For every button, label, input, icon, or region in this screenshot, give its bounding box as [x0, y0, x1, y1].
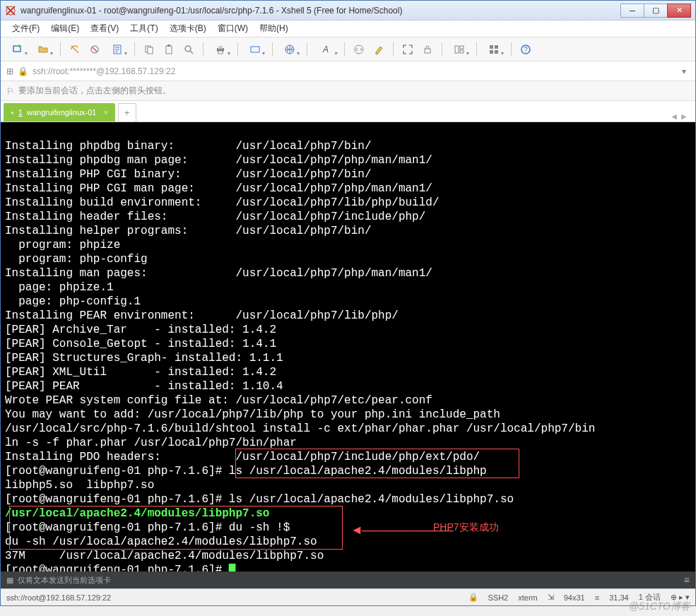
svg-rect-5	[148, 47, 153, 54]
terminal-line: libphp5.so libphp7.so	[5, 479, 154, 492]
tab-index: 1	[18, 108, 23, 117]
tab-session-1[interactable]: ● 1 wangruifenglinux-01 ×	[4, 103, 115, 122]
new-session-button[interactable]	[6, 41, 29, 58]
tab-nav-left-icon[interactable]: ◄	[670, 112, 678, 122]
menu-file[interactable]: 文件(F)	[8, 21, 44, 36]
open-button[interactable]	[32, 41, 54, 58]
font-style-button[interactable]: A	[313, 41, 338, 58]
properties-button[interactable]	[106, 41, 129, 58]
lock-icon: 🔒	[18, 66, 28, 76]
terminal-cmd: ls /usr/local/apache2.4/modules/libphp	[229, 465, 487, 478]
send-target-icon[interactable]: ▦	[6, 576, 13, 585]
maximize-button[interactable]: ▢	[644, 4, 668, 18]
window-title: wangruifenglinux-01 - root@wangruifeng-0…	[20, 6, 621, 16]
print-button[interactable]	[209, 41, 232, 58]
layout-button[interactable]	[448, 41, 471, 58]
terminal-line: page: phpize.1	[5, 281, 114, 294]
tab-close-icon[interactable]: ×	[103, 108, 107, 117]
address-dropdown-icon[interactable]: ▾	[678, 66, 690, 76]
terminal-line: [PEAR] XML_Util - installed: 1.4.2	[5, 366, 276, 379]
svg-rect-12	[251, 47, 259, 52]
terminal-line: Installing PHP CGI binary: /usr/local/ph…	[5, 168, 371, 181]
tab-label: wangruifenglinux-01	[27, 108, 96, 117]
tab-bar: ● 1 wangruifenglinux-01 × + ◄ ►	[1, 101, 695, 122]
send-menu-icon[interactable]: ≡	[684, 574, 690, 586]
menu-view[interactable]: 查看(V)	[86, 21, 123, 36]
svg-rect-16	[455, 46, 459, 53]
terminal-line: You may want to add: /usr/local/php7/lib…	[5, 408, 500, 421]
tab-add-button[interactable]: +	[118, 103, 136, 122]
terminal-line: Installing PHP CGI man page: /usr/local/…	[5, 182, 432, 195]
terminal-line-green: /usr/local/apache2.4/modules/libphp7.so	[5, 507, 269, 520]
terminal-line: Installing phpdbg man page: /usr/local/p…	[5, 154, 432, 167]
script-button[interactable]	[350, 41, 367, 58]
menu-tabs[interactable]: 选项卡(B)	[165, 21, 211, 36]
bookmark-icon[interactable]: ⚐	[6, 86, 14, 96]
watermark: @51CTO博客	[629, 600, 690, 613]
terminal-line: ln -s -f phar.phar /usr/local/php7/bin/p…	[5, 437, 297, 449]
svg-rect-19	[490, 45, 493, 49]
fullscreen-button[interactable]	[399, 41, 416, 58]
font-button[interactable]	[244, 41, 266, 58]
copy-button[interactable]	[141, 41, 158, 58]
hint-bar: ⚐ 要添加当前会话，点击左侧的箭头按钮。	[1, 81, 695, 101]
tab-nav-right-icon[interactable]: ►	[680, 112, 688, 122]
svg-rect-20	[495, 45, 498, 49]
menu-tools[interactable]: 工具(T)	[126, 21, 162, 36]
menu-help[interactable]: 帮助(H)	[255, 21, 293, 36]
lock-button[interactable]	[419, 41, 436, 58]
status-size-icon: ⇲	[548, 593, 554, 602]
status-lock-icon: 🔒	[468, 593, 478, 602]
terminal-prompt: [root@wangruifeng-01 php-7.1.6]#	[5, 465, 229, 478]
disconnect-button[interactable]	[86, 41, 103, 58]
terminal-line: Installing helper programs: /usr/local/p…	[5, 225, 371, 237]
svg-rect-17	[460, 46, 464, 49]
terminal-line: page: php-config.1	[5, 295, 141, 308]
menu-edit[interactable]: 编辑(E)	[47, 21, 83, 36]
status-pos-icon: ≡	[595, 593, 599, 602]
reconnect-button[interactable]	[66, 41, 83, 58]
tile-button[interactable]	[483, 41, 505, 58]
terminal-line: Wrote PEAR system config file at: /usr/l…	[5, 394, 432, 407]
terminal-line: 37M /usr/local/apache2.4/modules/libphp7…	[5, 550, 324, 562]
globe-button[interactable]	[278, 41, 301, 58]
svg-rect-22	[495, 50, 498, 54]
app-icon	[5, 5, 16, 16]
terminal-cmd: du -sh !$	[229, 521, 290, 534]
menu-window[interactable]: 窗口(W)	[213, 21, 252, 36]
terminal-line: /usr/local/src/php-7.1.6/build/shtool in…	[5, 422, 595, 435]
annotation-label: PHP7安装成功	[433, 520, 499, 534]
svg-point-8	[185, 46, 191, 52]
close-button[interactable]: ✕	[667, 4, 691, 18]
terminal-prompt: [root@wangruifeng-01 php-7.1.6]#	[5, 493, 229, 506]
svg-rect-7	[167, 45, 170, 47]
terminal-line: Installing phpdbg binary: /usr/local/php…	[5, 140, 371, 153]
find-button[interactable]	[180, 41, 197, 58]
svg-rect-18	[460, 50, 464, 53]
paste-button[interactable]	[160, 41, 177, 58]
svg-rect-15	[425, 49, 430, 53]
terminal-cmd: ls /usr/local/apache2.4/modules/libphp7.…	[229, 493, 514, 506]
add-session-icon[interactable]: ⊞	[6, 66, 13, 76]
svg-rect-11	[218, 51, 223, 54]
terminal-line: [PEAR] Archive_Tar - installed: 1.4.2	[5, 324, 276, 336]
help-button[interactable]: ?	[517, 41, 534, 58]
status-term: xterm	[518, 593, 538, 602]
svg-text:?: ?	[524, 46, 528, 54]
terminal-line: [PEAR] Structures_Graph- installed: 1.1.…	[5, 352, 283, 365]
terminal-prompt: [root@wangruifeng-01 php-7.1.6]#	[5, 564, 229, 571]
address-text[interactable]: ssh://root:********@192.168.57.129:22	[33, 66, 674, 76]
terminal-line: du -sh /usr/local/apache2.4/modules/libp…	[5, 535, 317, 548]
status-pos: 31,34	[609, 593, 629, 602]
send-input-placeholder[interactable]: 仅将文本发送到当前选项卡	[18, 575, 111, 586]
status-proto: SSH2	[488, 593, 509, 602]
highlight-button[interactable]	[370, 41, 387, 58]
svg-rect-10	[218, 46, 223, 49]
terminal-line: [PEAR] Console_Getopt - installed: 1.4.1	[5, 338, 276, 350]
minimize-button[interactable]: ─	[620, 4, 644, 18]
status-size: 94x31	[564, 593, 585, 602]
toolbar: A ?	[1, 37, 695, 61]
terminal-line: Installing PDO headers: /usr/local/php7/…	[5, 451, 480, 463]
terminal[interactable]: Installing phpdbg binary: /usr/local/php…	[1, 122, 695, 571]
status-bar: ssh://root@192.168.57.129:22 🔒 SSH2 xter…	[1, 588, 695, 605]
